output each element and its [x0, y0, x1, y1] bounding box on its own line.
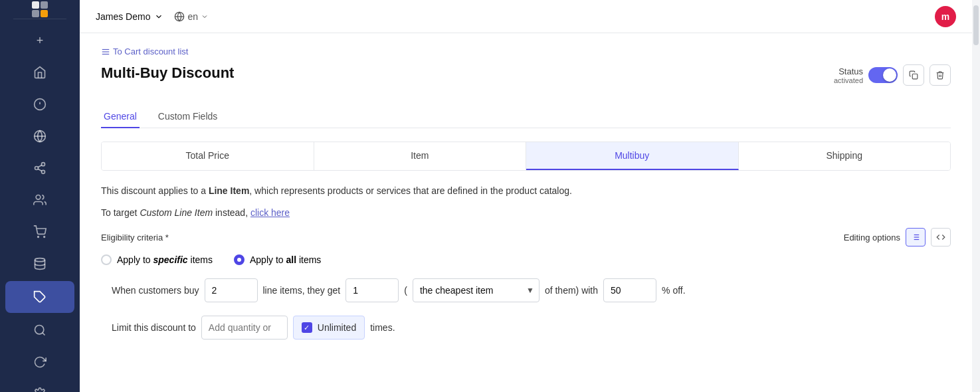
list-icon — [911, 233, 920, 242]
svg-point-16 — [44, 237, 45, 238]
limit-quantity-input[interactable] — [201, 316, 288, 340]
svg-point-9 — [42, 163, 45, 166]
lang-code: en — [187, 11, 198, 22]
radio-all-items[interactable]: Apply to all items — [234, 254, 321, 265]
sidebar-item-database[interactable] — [0, 248, 80, 280]
main-wrapper: James Demo en m To Cart discount list Mu… — [80, 0, 972, 392]
editing-options-label: Editing options — [844, 233, 900, 243]
status-label: Status — [834, 66, 863, 76]
tab-total-price[interactable]: Total Price — [102, 142, 314, 170]
get-quantity-input[interactable] — [345, 278, 399, 302]
svg-point-19 — [35, 326, 44, 334]
eligibility-label: Eligibility criteria * — [101, 233, 169, 243]
limit-label: Limit this discount to — [112, 322, 196, 333]
svg-line-20 — [43, 333, 45, 336]
radio-group: Apply to specific items Apply to all ite… — [101, 254, 951, 265]
avatar: m — [935, 6, 956, 27]
globe-icon — [174, 11, 185, 22]
unlimited-checkbox[interactable]: ✓ Unlimited — [293, 316, 365, 340]
page-tabs: General Custom Fields — [101, 106, 951, 128]
topbar-right: m — [935, 6, 956, 27]
topbar: James Demo en m — [80, 0, 972, 33]
code-icon — [936, 233, 945, 242]
cheapest-item-select[interactable]: the cheapest item the most expensive ite… — [413, 278, 539, 302]
lang-selector[interactable]: en — [174, 11, 209, 22]
svg-point-10 — [35, 167, 39, 170]
sidebar-logo — [13, 0, 66, 19]
sidebar: + — [0, 0, 80, 392]
code-view-button[interactable] — [931, 228, 951, 246]
line-items-label: line items, they get — [263, 285, 341, 296]
editing-options: Editing options — [844, 228, 951, 246]
cheapest-item-select-wrapper: the cheapest item the most expensive ite… — [413, 278, 539, 302]
tab-general[interactable]: General — [101, 106, 140, 128]
sidebar-bottom — [33, 378, 47, 392]
svg-rect-0 — [32, 1, 39, 9]
svg-rect-2 — [32, 10, 39, 17]
sidebar-item-cart[interactable] — [0, 216, 80, 248]
when-customers-buy-label: When customers buy — [112, 285, 199, 296]
tab-multibuy[interactable]: Multibuy — [526, 142, 739, 170]
copy-icon — [909, 70, 918, 80]
eligibility-label-row: Eligibility criteria * Editing options — [101, 228, 951, 246]
list-view-button[interactable] — [906, 228, 926, 246]
breadcrumb-label: To Cart discount list — [113, 47, 188, 56]
breadcrumb-icon — [101, 47, 110, 56]
unlimited-label: Unlimited — [318, 322, 356, 333]
buy-row: When customers buy line items, they get … — [101, 278, 951, 302]
status-value: activated — [834, 76, 863, 84]
discount-tabs: Total Price Item Multibuy Shipping — [101, 142, 951, 171]
sidebar-item-home[interactable] — [0, 56, 80, 88]
svg-rect-27 — [912, 74, 918, 79]
radio-all-label: Apply to all items — [250, 254, 321, 265]
store-selector[interactable]: James Demo — [96, 11, 163, 22]
copy-button[interactable] — [903, 64, 924, 86]
scrollbar[interactable] — [972, 0, 980, 392]
topbar-left: James Demo en — [96, 11, 209, 22]
trash-icon — [935, 70, 945, 80]
sidebar-item-discount[interactable] — [5, 281, 74, 313]
radio-all-circle — [234, 254, 245, 265]
svg-point-15 — [38, 237, 39, 238]
svg-point-17 — [35, 258, 45, 262]
page-content: To Cart discount list Multi-Buy Discount… — [80, 33, 972, 392]
description-line-item: This discount applies to a Line Item, wh… — [101, 184, 951, 198]
svg-rect-3 — [41, 10, 48, 17]
store-dropdown-icon — [154, 12, 163, 21]
percent-off-label: % off. — [662, 285, 686, 296]
sidebar-nav: + — [0, 19, 80, 378]
sidebar-item-globe[interactable] — [0, 120, 80, 152]
sidebar-item-settings[interactable] — [33, 378, 47, 392]
sidebar-item-refresh[interactable] — [0, 346, 80, 378]
of-them-label: of them) with — [545, 285, 598, 296]
svg-rect-1 — [41, 1, 48, 9]
sidebar-item-search[interactable] — [0, 314, 80, 346]
sidebar-item-add[interactable]: + — [0, 25, 80, 56]
percent-off-input[interactable] — [603, 278, 656, 302]
times-label: times. — [370, 322, 395, 333]
page-title: Multi-Buy Discount — [101, 64, 234, 82]
sidebar-item-nodes[interactable] — [0, 152, 80, 184]
scroll-thumb — [973, 5, 979, 45]
svg-point-14 — [36, 195, 41, 200]
limit-row: Limit this discount to ✓ Unlimited times… — [101, 316, 951, 340]
paren-open: ( — [404, 285, 407, 296]
buy-quantity-input[interactable] — [205, 278, 258, 302]
sidebar-item-dashboard[interactable] — [0, 88, 80, 120]
sidebar-item-users[interactable] — [0, 184, 80, 216]
checkbox-checked-icon: ✓ — [302, 322, 312, 333]
radio-specific-circle — [101, 254, 112, 265]
description-custom-line-item: To target Custom Line Item instead, clic… — [101, 206, 951, 220]
svg-line-13 — [38, 165, 42, 167]
click-here-link[interactable]: click here — [250, 207, 290, 218]
tab-shipping[interactable]: Shipping — [739, 142, 951, 170]
lang-dropdown-icon — [201, 13, 209, 21]
status-toggle[interactable] — [868, 67, 898, 83]
status-row: Status activated — [834, 64, 951, 86]
delete-button[interactable] — [930, 64, 951, 86]
breadcrumb[interactable]: To Cart discount list — [101, 47, 951, 56]
tab-item[interactable]: Item — [314, 142, 527, 170]
tab-custom-fields[interactable]: Custom Fields — [155, 106, 220, 128]
radio-specific-items[interactable]: Apply to specific items — [101, 254, 213, 265]
svg-point-11 — [42, 170, 45, 173]
